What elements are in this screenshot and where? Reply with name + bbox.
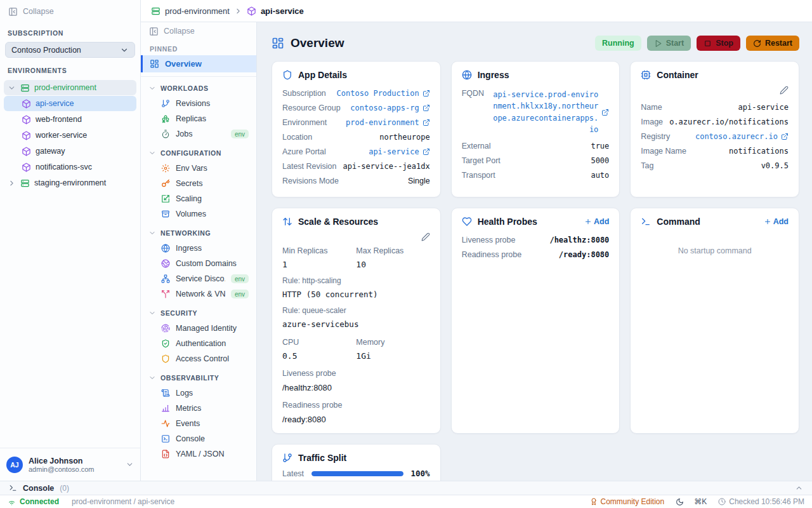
nav-item-service-discovery[interactable]: Service Disco... env	[141, 271, 256, 286]
nav-item-access-control[interactable]: Access Control	[141, 351, 256, 366]
row-label: Image Name	[641, 147, 686, 156]
nav-item-custom-domains[interactable]: Custom Domains	[141, 256, 256, 271]
tree-item-prod-environment[interactable]: prod-environment	[4, 80, 136, 95]
link-text: Contoso Production	[337, 89, 419, 98]
subscription-link[interactable]: Contoso Production	[332, 89, 430, 98]
nav-collapse-button[interactable]: Collapse	[141, 22, 256, 40]
tree-item-notifications-svc[interactable]: notifications-svc	[4, 159, 136, 175]
breadcrumb-environment[interactable]: prod-environment	[165, 6, 230, 16]
chevron-down-icon	[148, 149, 156, 157]
shortcut-hint[interactable]: ⌘K	[694, 497, 707, 506]
nav-item-secrets[interactable]: Secrets	[141, 176, 256, 191]
nav-item-managed-identity[interactable]: Managed Identity	[141, 321, 256, 336]
link-text: contoso.azurecr.io	[695, 132, 778, 141]
azure-portal-link[interactable]: api-service	[332, 147, 430, 156]
tree-item-web-frontend[interactable]: web-frontend	[4, 112, 136, 127]
nav-item-label: Authentication	[176, 339, 249, 348]
nav-item-yaml-json[interactable]: YAML / JSON	[141, 446, 256, 462]
chevron-down-icon	[148, 309, 156, 317]
add-command-button[interactable]: Add	[764, 217, 789, 226]
external-link-icon	[422, 104, 430, 112]
add-label: Add	[773, 217, 789, 226]
row-label: Liveness probe	[462, 236, 516, 244]
console-drawer-bar[interactable]: Console (0)	[0, 481, 812, 495]
nav-section-networking[interactable]: NETWORKING	[141, 225, 256, 241]
chevron-right-icon[interactable]	[8, 179, 16, 187]
row-label: Image	[641, 117, 663, 126]
traffic-bar	[311, 471, 403, 476]
add-probe-button[interactable]: Add	[584, 217, 609, 226]
nav-section-observability[interactable]: OBSERVABILITY	[141, 370, 256, 385]
console-count: (0)	[60, 484, 69, 493]
probe-value: /healthz:8080	[282, 383, 430, 392]
subscription-value: Contoso Production	[11, 46, 81, 55]
stop-button[interactable]: Stop	[697, 36, 740, 51]
arrows-up-down-icon	[282, 217, 292, 227]
nav-item-revisions[interactable]: Revisions	[141, 96, 256, 111]
chevron-down-icon[interactable]	[8, 84, 16, 92]
external-link-icon	[422, 119, 430, 126]
nav-item-env-vars[interactable]: Env Vars	[141, 161, 256, 176]
tree-item-api-service[interactable]: api-service	[4, 96, 136, 111]
nav-item-authentication[interactable]: Authentication	[141, 336, 256, 351]
chevron-up-icon[interactable]	[795, 484, 803, 492]
clock-icon	[718, 498, 726, 505]
collapse-label: Collapse	[23, 7, 54, 16]
subscription-select[interactable]: Contoso Production	[5, 42, 135, 58]
nav-item-volumes[interactable]: Volumes	[141, 206, 256, 222]
stop-icon	[704, 39, 712, 48]
resource-group-link[interactable]: contoso-apps-rg	[347, 104, 430, 112]
nav-item-label: Scaling	[176, 194, 249, 203]
checked-label: Checked 10:56:46 PM	[729, 497, 804, 506]
nav-item-label: Custom Domains	[176, 259, 249, 268]
nav-item-replicas[interactable]: Replicas	[141, 111, 256, 126]
connection-status: Connected	[20, 497, 59, 506]
app-name: notifications-svc	[36, 163, 92, 171]
section-title: OBSERVABILITY	[160, 374, 219, 382]
nav-item-network-vnet[interactable]: Network & VNet env	[141, 286, 256, 302]
bar-chart-icon	[161, 404, 170, 413]
tree-item-worker-service[interactable]: worker-service	[4, 128, 136, 143]
sidebar-collapse-button[interactable]: Collapse	[0, 0, 140, 23]
nav-section-configuration[interactable]: CONFIGURATION	[141, 145, 256, 161]
environment-name: prod-environment	[34, 83, 96, 92]
nav-item-label: Volumes	[176, 210, 249, 218]
row-label: External	[462, 142, 491, 150]
fqdn-link[interactable]: api-service.prod-environment.hklxx18y.no…	[490, 89, 609, 136]
card-title: Container	[657, 70, 789, 80]
status-context: prod-environment / api-service	[72, 497, 174, 506]
tree-item-staging-environment[interactable]: staging-environment	[4, 175, 136, 190]
nav-item-scaling[interactable]: Scaling	[141, 191, 256, 206]
start-button[interactable]: Start	[647, 36, 691, 51]
nav-item-label: YAML / JSON	[176, 450, 249, 458]
edit-icon[interactable]	[780, 86, 789, 95]
nav-item-label: Access Control	[176, 354, 249, 363]
nav-item-jobs[interactable]: Jobs env	[141, 126, 256, 142]
nav-section-security[interactable]: SECURITY	[141, 305, 256, 321]
registry-link[interactable]: contoso.azurecr.io	[676, 132, 789, 141]
edit-icon[interactable]	[421, 232, 430, 241]
nav-item-console[interactable]: Console	[141, 431, 256, 446]
field-value: 10	[356, 260, 429, 269]
restart-button[interactable]: Restart	[746, 36, 799, 51]
nav-item-overview[interactable]: Overview	[141, 55, 256, 72]
nav-item-logs[interactable]: Logs	[141, 385, 256, 401]
user-menu[interactable]: AJ Alice Johnson admin@contoso.com	[0, 448, 140, 481]
nav-item-metrics[interactable]: Metrics	[141, 401, 256, 416]
dark-mode-toggle-icon[interactable]	[676, 498, 684, 506]
probe-label: Readiness probe	[282, 401, 430, 410]
key-icon	[161, 179, 170, 188]
tree-item-gateway[interactable]: gateway	[4, 144, 136, 159]
row-label: Resource Group	[282, 104, 341, 112]
row-value: 5000	[507, 156, 610, 165]
container-app-icon	[22, 131, 31, 140]
edition-badge[interactable]: Community Edition	[590, 497, 665, 506]
environment-link[interactable]: prod-environment	[333, 118, 429, 127]
nav-section-workloads[interactable]: WORKLOADS	[141, 81, 256, 96]
environments-sidebar: Collapse SUBSCRIPTION Contoso Production…	[0, 0, 141, 481]
row-label: Readiness probe	[462, 250, 522, 259]
environment-tree: prod-environment api-service web-fronten…	[0, 78, 140, 448]
nav-item-ingress[interactable]: Ingress	[141, 241, 256, 256]
nav-item-events[interactable]: Events	[141, 416, 256, 431]
start-label: Start	[666, 39, 684, 48]
